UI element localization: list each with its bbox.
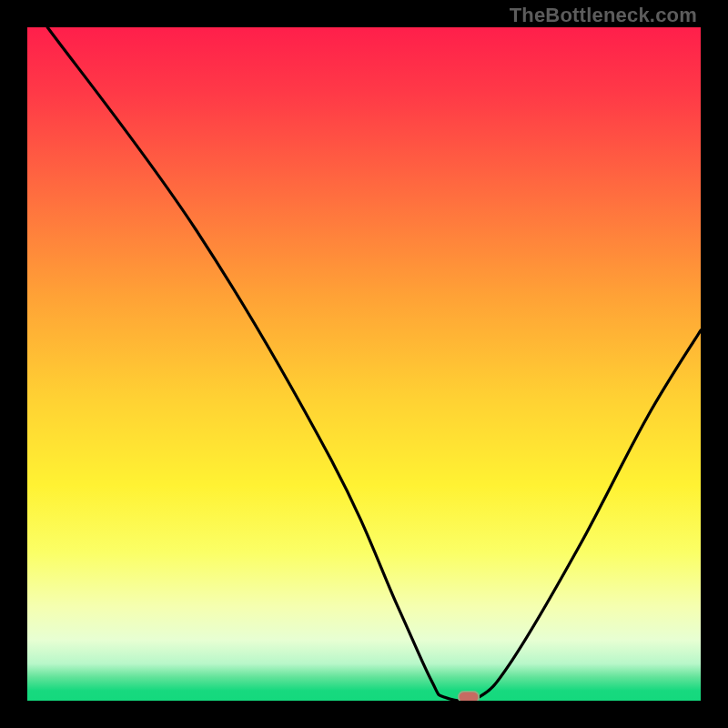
watermark-label: TheBottleneck.com	[510, 4, 697, 27]
chart-frame: TheBottleneck.com	[0, 0, 728, 728]
plot-area	[27, 27, 701, 701]
optimal-marker	[458, 691, 480, 701]
bottleneck-curve	[27, 27, 701, 701]
